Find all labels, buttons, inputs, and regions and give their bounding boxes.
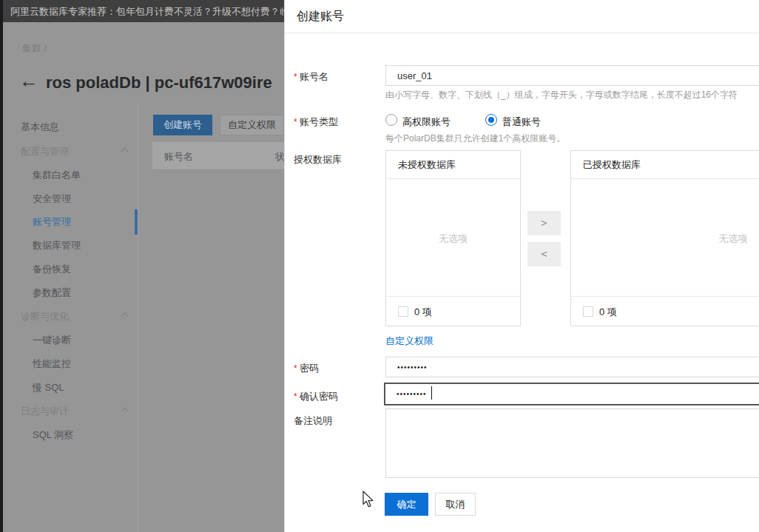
account-type-label: 账号类型: [294, 115, 338, 129]
sidebar-item-cluster-whitelist[interactable]: 集群白名单: [33, 169, 81, 182]
sidebar-item-slow-sql[interactable]: 慢 SQL: [33, 381, 64, 394]
authorized-db-title: 已授权数据库: [571, 151, 759, 179]
unauthorized-db-panel: 未授权数据库 无选项 0 项: [385, 150, 521, 326]
sidebar-group-config-management[interactable]: 配置与管理: [21, 145, 69, 158]
radio-privileged-account-label[interactable]: 高权限账号: [402, 115, 451, 129]
move-right-button[interactable]: >: [527, 211, 561, 235]
password-label: 密码: [294, 362, 319, 375]
drawer-title: 创建账号: [297, 9, 344, 24]
account-name-input[interactable]: [385, 65, 759, 86]
account-table-header: 账号名 状: [152, 142, 284, 170]
cancel-button[interactable]: 取消: [435, 493, 476, 516]
sidebar-item-one-click-diagnosis[interactable]: 一键诊断: [33, 334, 71, 347]
unauthorized-db-count: 0 项: [414, 306, 432, 319]
create-account-button[interactable]: 创建账号: [153, 115, 212, 135]
sidebar-item-performance-monitor[interactable]: 性能监控: [33, 357, 71, 371]
create-account-drawer: 创建账号 账号名 由小写字母、数字、下划线（_）组成，字母开头，字母或数字结尾，…: [284, 0, 759, 532]
radio-normal-account-label[interactable]: 普通账号: [502, 115, 541, 129]
ok-button[interactable]: 确定: [385, 493, 428, 516]
sidebar-group-log-audit[interactable]: 日志与审计: [21, 405, 69, 418]
authorized-db-count: 0 项: [599, 306, 617, 319]
drawer-title-divider: [285, 33, 759, 33]
promo-topbar-text: 阿里云数据库专家推荐：包年包月计费不灵活？升级不想付费？临时升: [10, 5, 308, 18]
mouse-cursor-icon: [362, 491, 376, 511]
confirm-password-label: 确认密码: [294, 390, 338, 403]
sidebar-group-diagnosis-optimization[interactable]: 诊断与优化: [21, 310, 69, 323]
account-name-helper: 由小写字母、数字、下划线（_）组成，字母开头，字母或数字结尾，长度不超过16个字…: [385, 89, 738, 101]
authorized-db-footer: 0 项: [571, 296, 759, 326]
column-account-name: 账号名: [164, 150, 193, 164]
account-type-helper: 每个PolarDB集群只允许创建1个高权限账号。: [385, 132, 565, 145]
sidebar-divider: [138, 104, 138, 532]
password-input[interactable]: [385, 357, 759, 377]
account-name-label: 账号名: [294, 70, 328, 84]
unauthorized-db-footer: 0 项: [386, 296, 520, 326]
sidebar-selected-indicator: [135, 209, 138, 235]
chevron-up-icon: [121, 313, 129, 320]
left-edge-strip: [0, 0, 3, 532]
sidebar-item-security-management[interactable]: 安全管理: [33, 192, 71, 206]
sidebar-item-backup-restore[interactable]: 备份恢复: [33, 263, 71, 276]
unauthorized-db-title: 未授权数据库: [386, 151, 520, 179]
chevron-up-icon: [121, 148, 129, 155]
confirm-password-input[interactable]: [384, 383, 759, 405]
select-all-checkbox[interactable]: [398, 306, 408, 317]
custom-permission-button[interactable]: 自定义权限: [220, 115, 284, 135]
sidebar-item-parameter-config[interactable]: 参数配置: [33, 286, 71, 300]
breadcrumb[interactable]: 集群 /: [22, 42, 47, 55]
custom-permission-link[interactable]: 自定义权限: [385, 334, 434, 348]
radio-normal-account[interactable]: [485, 114, 497, 126]
unauthorized-db-empty-text: 无选项: [386, 232, 520, 246]
sidebar-item-sql-insight[interactable]: SQL 洞察: [33, 428, 73, 442]
page-title: ros poladDb | pc-uf617w09ire: [46, 73, 272, 92]
sidebar-item-account-management[interactable]: 账号管理: [33, 215, 71, 229]
chevron-up-icon: [121, 408, 129, 415]
move-left-button[interactable]: <: [527, 242, 561, 266]
sidebar-item-database-management[interactable]: 数据库管理: [33, 239, 81, 252]
radio-privileged-account[interactable]: [385, 114, 397, 126]
authorized-db-panel: 已授权数据库 无选项 0 项: [570, 150, 759, 326]
remark-textarea[interactable]: [385, 408, 759, 478]
text-caret: [431, 386, 432, 400]
sidebar-item-basic-info[interactable]: 基本信息: [21, 121, 59, 134]
authorized-db-label: 授权数据库: [294, 153, 342, 166]
select-all-checkbox[interactable]: [583, 306, 593, 317]
back-arrow-icon[interactable]: ←: [19, 71, 38, 90]
remark-label: 备注说明: [294, 414, 332, 428]
authorized-db-empty-text: 无选项: [571, 232, 759, 246]
